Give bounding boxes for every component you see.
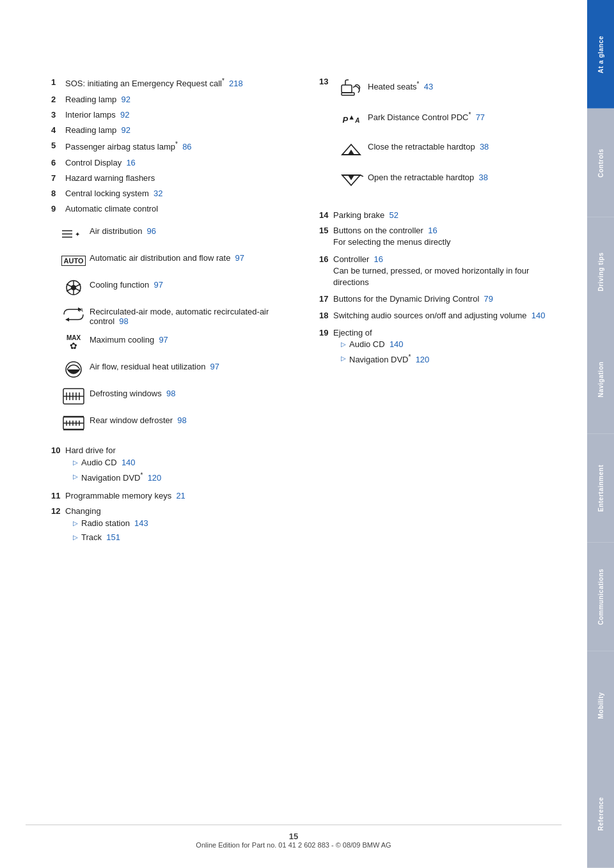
item-1: 1 SOS: initiating an Emergency Request c… (51, 77, 294, 90)
close-top-link[interactable]: 38 (480, 142, 489, 151)
item-16: 16 Controller 16 Can be turned, pressed,… (319, 254, 562, 289)
item-num-7: 7 (51, 173, 65, 184)
radio-link[interactable]: 143 (134, 518, 148, 528)
item-link-4[interactable]: 92 (121, 125, 130, 135)
item-link-5[interactable]: 86 (182, 142, 191, 151)
airflow-link[interactable]: 97 (210, 362, 219, 371)
defrost-text: Defrosting windows 98 (90, 386, 294, 398)
svg-line-37 (360, 175, 363, 176)
item-13: 13 (319, 77, 562, 199)
sub-eject-audio: ▷ Audio CD 140 (341, 339, 562, 350)
item-text-11: Programmable memory keys 21 (65, 490, 294, 502)
svg-marker-33 (348, 150, 354, 155)
item-num-1: 1 (51, 77, 65, 88)
air-dist-text: Air distribution 96 (90, 224, 294, 236)
item-link-6[interactable]: 16 (126, 158, 135, 167)
eject-nav-link[interactable]: 120 (416, 355, 430, 364)
max-link[interactable]: 97 (159, 335, 168, 345)
nav-dvd-link[interactable]: 120 (148, 473, 162, 483)
close-top-icon (335, 138, 368, 161)
arrow-3: ▷ (73, 519, 78, 528)
rear-def-icon (58, 413, 90, 433)
item-num-10: 10 (51, 445, 65, 456)
auto-text: Automatic air distribution and flow rate… (90, 251, 294, 263)
airflow-icon (58, 359, 90, 380)
track-label: Track 151 (81, 532, 120, 543)
audio-cd-link[interactable]: 140 (122, 458, 136, 467)
air-dist-icon: ✦ (58, 224, 90, 244)
heated-seats-row: Heated seats* 43 (335, 77, 562, 100)
defrost-link[interactable]: 98 (166, 389, 175, 398)
item-link-15[interactable]: 16 (428, 226, 437, 235)
item-link-14[interactable]: 52 (389, 210, 398, 220)
rear-def-text: Rear window defroster 98 (90, 413, 294, 425)
item-11: 11 Programmable memory keys 21 (51, 490, 294, 502)
recirc-icon: A (58, 304, 90, 325)
sidebar-tab-communications[interactable]: Communications (587, 543, 614, 651)
svg-text:✦: ✦ (75, 231, 80, 238)
item-text-19: Ejecting of ▷ Audio CD 140 ▷ Navigation … (333, 327, 562, 369)
item-link-16[interactable]: 16 (374, 254, 383, 264)
eject-nav-label: Navigation DVD* 120 (349, 353, 429, 366)
pdc-link[interactable]: 77 (476, 112, 485, 122)
sidebar-tab-driving-tips[interactable]: Driving tips (587, 217, 614, 326)
heated-seats-link[interactable]: 43 (424, 82, 433, 91)
item-19: 19 Ejecting of ▷ Audio CD 140 ▷ Navigati… (319, 327, 562, 369)
item-link-11[interactable]: 21 (176, 491, 185, 500)
heated-seats-icon (335, 77, 368, 100)
eject-audio-link[interactable]: 140 (390, 339, 404, 349)
left-column: 1 SOS: initiating an Emergency Request c… (51, 77, 294, 550)
climate-max: MAX ✿ Maximum cooling 97 (58, 332, 294, 353)
item-14: 14 Parking brake 52 (319, 210, 562, 221)
audio-cd-label: Audio CD 140 (81, 457, 136, 469)
sidebar-tab-at-a-glance[interactable]: At a glance (587, 0, 614, 109)
star-13a: * (417, 81, 420, 88)
star-19: * (409, 353, 411, 360)
item-link-1[interactable]: 218 (229, 79, 243, 88)
svg-text:A: A (79, 307, 83, 313)
item-link-2[interactable]: 92 (121, 95, 130, 104)
sub-nav-dvd: ▷ Navigation DVD* 120 (73, 471, 294, 484)
item-text-5: Passenger airbag status lamp* 86 (65, 140, 294, 153)
open-top-icon (335, 169, 368, 192)
rear-def-link[interactable]: 98 (177, 415, 186, 425)
auto-label: AUTO (61, 256, 86, 266)
sidebar-tab-controls[interactable]: Controls (587, 109, 614, 217)
track-link[interactable]: 151 (106, 532, 120, 542)
climate-auto: AUTO Automatic air distribution and flow… (58, 251, 294, 271)
right-column: 13 (313, 77, 562, 550)
item-num-19: 19 (319, 327, 333, 339)
cooling-link[interactable]: 97 (154, 280, 162, 290)
item-num-16: 16 (319, 254, 333, 265)
recirc-link[interactable]: 98 (119, 316, 128, 326)
air-dist-link[interactable]: 96 (147, 226, 156, 236)
edition-text: Online Edition for Part no. 01 41 2 602 … (26, 841, 562, 849)
arrow-4: ▷ (73, 533, 78, 542)
sidebar-tab-navigation[interactable]: Navigation (587, 325, 614, 434)
max-icon: MAX ✿ (58, 332, 90, 353)
recirc-text: Recirculated-air mode, automatic recircu… (90, 304, 294, 326)
sidebar-tab-entertainment[interactable]: Entertainment (587, 434, 614, 543)
item-link-3[interactable]: 92 (120, 110, 129, 120)
item-text-9: Automatic climate control (65, 203, 294, 215)
open-top-link[interactable]: 38 (478, 173, 487, 182)
item-link-18[interactable]: 140 (531, 311, 546, 320)
sidebar-tab-reference[interactable]: Reference (587, 759, 614, 868)
sidebar-tab-mobility[interactable]: Mobility (587, 651, 614, 760)
item-link-17[interactable]: 79 (484, 294, 493, 304)
page-footer: 15 Online Edition for Part no. 01 41 2 6… (26, 825, 562, 849)
climate-airflow: Air flow, residual heat utilization 97 (58, 359, 294, 380)
item-7: 7 Hazard warning flashers (51, 173, 294, 184)
item-2: 2 Reading lamp 92 (51, 94, 294, 105)
item-num-13: 13 (319, 77, 335, 86)
star-10: * (141, 472, 143, 479)
item-num-2: 2 (51, 94, 65, 105)
item-text-2: Reading lamp 92 (65, 94, 294, 105)
arrow-1: ▷ (73, 458, 78, 467)
item-17: 17 Buttons for the Dynamic Driving Contr… (319, 293, 562, 305)
right-sidebar: At a glance Controls Driving tips Naviga… (587, 0, 614, 868)
item-link-8[interactable]: 32 (154, 189, 162, 198)
max-symbol: ✿ (67, 341, 81, 351)
auto-link[interactable]: 97 (235, 253, 244, 263)
item-text-14: Parking brake 52 (333, 210, 562, 221)
